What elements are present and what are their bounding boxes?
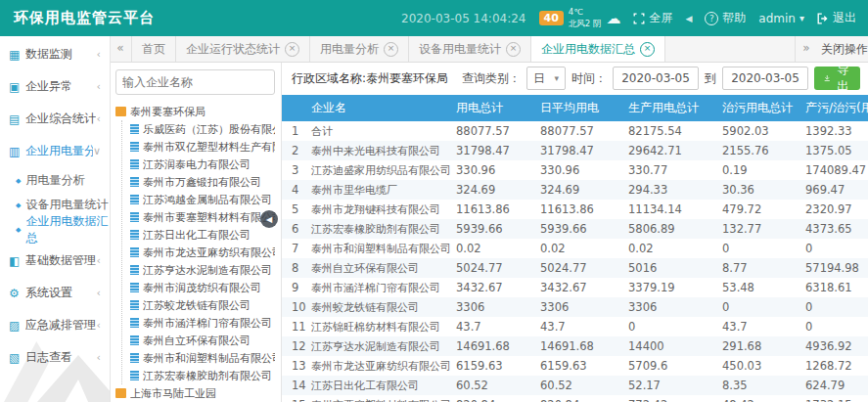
tree-company-node[interactable]: 泰州市万鑫锻扣有限公司 [130,173,275,191]
header-collapse-icon[interactable]: ◀ [685,14,692,23]
tabs-scroll-left-icon[interactable]: « [110,36,132,62]
table-row[interactable]: 2泰州中来光电科技有限公司31798.4731798.4729642.71215… [282,141,868,160]
sidebar-subitem[interactable]: ◆企业用电数据汇总 [0,217,110,242]
tree-company-node[interactable]: 泰州市涵洋棉门帘有限公司 [130,314,275,332]
table-row[interactable]: 9泰州市涵洋棉门帘有限公司3432.673432.673379.1953.486… [282,278,868,297]
table-row[interactable]: 5泰州市龙翔键科技有限公司11613.8611613.8611134.14479… [282,200,868,219]
company-name-cell: 5泰州市龙翔键科技有限公司 [282,200,450,219]
menu-icon: ◧ [9,254,25,268]
date-from-input[interactable] [613,67,699,90]
tree-company-node[interactable]: 泰州市双亿塑型材料生产有限公司 [130,138,275,156]
wind-condition-text: 北风2 阴 [569,19,602,29]
tree-node-label: 泰州市要塞塑料材料有限公司 [143,210,275,225]
tree-org-node[interactable]: 泰州要塞环保局 [115,103,275,120]
table-row[interactable]: 6江苏宏泰橡胶助剂有限公司5939.665939.665806.89132.77… [282,219,868,239]
close-operations-menu[interactable]: 关闭操作 [817,41,868,58]
table-row[interactable]: 13泰州市龙达亚麻纺织有限公司6159.636159.635709.6450.0… [282,356,868,376]
date-to-input[interactable] [722,67,808,90]
sidebar-item[interactable]: ▨应急减排管理‹ [0,309,110,341]
tree-company-node[interactable]: 泰州市要塞塑料材料有限公司 [130,208,275,226]
tab-item[interactable]: 首页 [132,36,176,62]
company-name: 江苏日出化工有限公司 [311,380,419,392]
value-cell: 8.77 [716,258,799,278]
table-row[interactable]: 11江苏锦旺棉纺材料有限公司43.743.7043.70 [282,317,868,336]
tab-item[interactable]: 用电量分析× [310,36,409,62]
tree-node-label: 江苏宏泰橡胶助剂有限公司 [143,369,272,383]
header-toolbar: 2020-03-05 14:04:24 40 4℃ 北风2 阴 ☁ 全屏 ◀ ?… [401,7,868,28]
menu-icon: ▧ [9,351,25,365]
table-row[interactable]: 8泰州自立环保有限公司5024.775024.7750168.7757194.9… [282,258,868,278]
column-header[interactable]: 日平均用电 [534,95,622,121]
sidebar-item[interactable]: ▣企业异常‹ [0,70,110,103]
company-icon [130,371,139,380]
tree-org-node[interactable]: 上海市马陆工业园 [115,384,275,402]
sidebar-item[interactable]: ▤企业综合统计‹ [0,103,110,135]
help-button[interactable]: ? 帮助 [705,10,746,26]
tree-company-node[interactable]: 江苏润泰电力有限公司 [130,156,275,173]
column-header[interactable]: 企业名 [282,95,450,121]
tree-company-node[interactable]: 江苏亨达水泥制造有限公司 [130,261,275,279]
close-icon[interactable]: × [640,42,655,57]
close-icon[interactable]: × [285,42,299,57]
sidebar-item-label: 应急减排管理 [25,317,96,334]
column-header[interactable]: 生产用电总计 [622,95,716,121]
row-index: 10 [292,300,311,314]
sidebar-item-label: 数据监测 [25,46,72,63]
sidebar-item[interactable]: ▧日志查看‹ [0,341,110,374]
tree-company-node[interactable]: 江苏宏泰橡胶助剂有限公司 [130,367,275,384]
user-menu[interactable]: admin ▾ [758,12,804,25]
table-row[interactable]: 12江苏亨达水泥制造有限公司14691.6814691.6814400291.6… [282,336,868,356]
tree-company-node[interactable]: 泰州自立环保有限公司 [130,332,275,349]
sidebar-item[interactable]: ▥企业用电量分析∨ [0,135,110,167]
column-header[interactable]: 产污/治污(用电) [799,95,868,121]
company-icon [130,212,139,222]
close-icon[interactable]: × [384,42,398,57]
value-cell: 88077.57 [450,121,534,141]
sidebar-item[interactable]: ⚙系统设置‹ [0,277,110,309]
company-icon [130,247,139,257]
table-row[interactable]: 3江苏迪盛家用纺织品有限公司330.96330.96330.770.191740… [282,160,868,180]
fullscreen-button[interactable]: 全屏 [633,10,672,26]
tree-node-label: 泰州自立环保有限公司 [143,334,251,348]
sidebar-item[interactable]: ▦数据监测‹ [0,38,110,70]
bullet-icon: ◆ [16,177,21,185]
company-name: 合计 [311,125,333,138]
tree-company-node[interactable]: 江苏蛟龙铁链有限公司 [130,296,275,314]
row-index: 14 [292,379,311,392]
logout-button[interactable]: 退出 [817,10,856,26]
tree-node-label: 上海市马陆工业园 [130,386,216,401]
logout-icon [817,13,829,24]
tree-company-node[interactable]: 江苏鸿越金属制品有限公司 [130,191,275,208]
tab-item[interactable]: 设备用电量统计× [409,36,531,62]
column-header[interactable]: 用电总计 [450,95,534,121]
sidebar: ▦数据监测‹▣企业异常‹▤企业综合统计‹▥企业用电量分析∨◆用电量分析◆设备用电… [0,36,111,402]
company-name: 泰州市龙达亚麻纺织有限公司 [311,360,450,373]
table-row[interactable]: 10泰州蛟龙铁链有限公司33063306330600 [282,297,868,317]
table-row[interactable]: 1合计88077.5788077.5782175.545902.031392.3… [282,121,868,141]
tree-company-node[interactable]: 江苏日出化工有限公司 [130,226,275,244]
sidebar-item[interactable]: ◧基础数据管理‹ [0,245,110,277]
table-row[interactable]: 4泰州市里华电缆厂324.69324.69294.3330.36969.47 [282,180,868,200]
export-button[interactable]: 导出 [814,67,860,90]
tab-item[interactable]: 企业用电数据汇总× [531,36,665,62]
tree-company-node[interactable]: 泰州市润茂纺织有限公司 [130,279,275,296]
tabs-scroll-right-icon[interactable]: » [795,36,817,62]
table-row[interactable]: 14江苏日出化工有限公司60.5260.5252.178.35624.79 [282,376,868,395]
tree-company-node[interactable]: 泰州市龙达亚麻纺织有限公司 [130,244,275,261]
tree-company-node[interactable]: 泰州市和润塑料制品有限公司 [130,349,275,367]
company-search-input[interactable] [115,69,275,95]
table-row[interactable]: 15泰州市要塞塑料材料有限公司820.84820.84772.4248.4217… [282,395,868,402]
table-row[interactable]: 7泰州市和润塑料制品有限公司0.020.020.0200 [282,239,868,258]
panel-collapse-button[interactable]: ◀ [260,210,278,228]
company-name-cell: 9泰州市涵洋棉门帘有限公司 [282,278,450,297]
category-select[interactable]: 日 ▾ [526,67,566,90]
value-cell: 82175.54 [622,121,716,141]
company-icon [130,124,139,134]
sidebar-subitem[interactable]: ◆用电量分析 [0,168,110,193]
column-header[interactable]: 治污用电总计 [716,95,799,121]
close-icon[interactable]: × [506,42,521,57]
tab-item[interactable]: 企业运行状态统计× [176,36,310,62]
weather-text: 4℃ 北风2 阴 [569,7,602,28]
company-name-cell: 1合计 [282,121,450,141]
tree-company-node[interactable]: 乐威医药（江苏）股份有限公司 [130,120,275,138]
